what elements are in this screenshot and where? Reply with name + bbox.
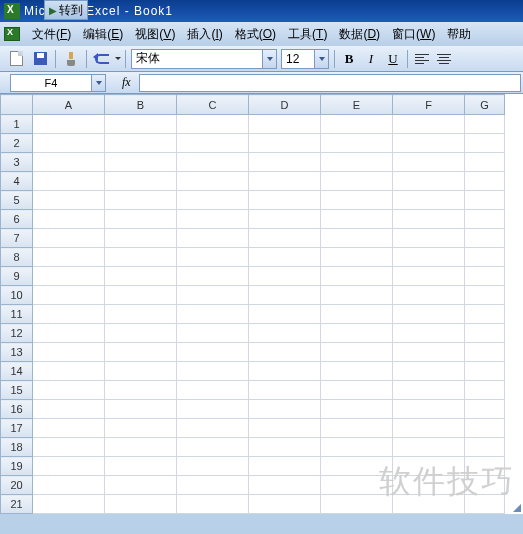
cell-B9[interactable] [105,267,177,286]
cell-F16[interactable] [393,400,465,419]
cell-F13[interactable] [393,343,465,362]
cell-B3[interactable] [105,153,177,172]
cell-C12[interactable] [177,324,249,343]
cell-E11[interactable] [321,305,393,324]
cell-A12[interactable] [33,324,105,343]
cell-B2[interactable] [105,134,177,153]
cell-B12[interactable] [105,324,177,343]
chevron-down-icon[interactable] [314,50,328,68]
cell-D11[interactable] [249,305,321,324]
cell-B13[interactable] [105,343,177,362]
cell-E20[interactable] [321,476,393,495]
cell-A14[interactable] [33,362,105,381]
cell-C8[interactable] [177,248,249,267]
cell-G14[interactable] [465,362,505,381]
cell-G7[interactable] [465,229,505,248]
select-all-corner[interactable] [1,95,33,115]
cell-F3[interactable] [393,153,465,172]
row-header-17[interactable]: 17 [1,419,33,438]
fx-icon[interactable]: fx [122,75,131,90]
cell-C7[interactable] [177,229,249,248]
cell-G8[interactable] [465,248,505,267]
column-header-e[interactable]: E [321,95,393,115]
cell-F20[interactable] [393,476,465,495]
cell-D10[interactable] [249,286,321,305]
new-button[interactable] [5,48,27,70]
cell-B1[interactable] [105,115,177,134]
cell-E14[interactable] [321,362,393,381]
row-header-10[interactable]: 10 [1,286,33,305]
cell-F17[interactable] [393,419,465,438]
cell-C10[interactable] [177,286,249,305]
cell-A13[interactable] [33,343,105,362]
cell-G16[interactable] [465,400,505,419]
cell-E16[interactable] [321,400,393,419]
menu-file[interactable]: 文件(F) [26,23,77,46]
cell-C13[interactable] [177,343,249,362]
cell-F2[interactable] [393,134,465,153]
cell-A11[interactable] [33,305,105,324]
cell-G5[interactable] [465,191,505,210]
column-header-b[interactable]: B [105,95,177,115]
row-header-5[interactable]: 5 [1,191,33,210]
column-header-f[interactable]: F [393,95,465,115]
cell-C15[interactable] [177,381,249,400]
row-header-4[interactable]: 4 [1,172,33,191]
cell-G1[interactable] [465,115,505,134]
cell-D14[interactable] [249,362,321,381]
cell-G3[interactable] [465,153,505,172]
row-header-8[interactable]: 8 [1,248,33,267]
font-name-combo[interactable]: 宋体 [131,49,277,69]
cell-A3[interactable] [33,153,105,172]
cell-F4[interactable] [393,172,465,191]
save-button[interactable] [29,48,51,70]
cell-C11[interactable] [177,305,249,324]
bold-button[interactable]: B [339,49,359,69]
cell-A17[interactable] [33,419,105,438]
row-header-6[interactable]: 6 [1,210,33,229]
cell-C18[interactable] [177,438,249,457]
cell-E18[interactable] [321,438,393,457]
cell-F19[interactable] [393,457,465,476]
cell-A7[interactable] [33,229,105,248]
cell-G4[interactable] [465,172,505,191]
row-header-20[interactable]: 20 [1,476,33,495]
chevron-down-icon[interactable] [91,75,105,91]
format-painter-button[interactable] [60,48,82,70]
cell-C4[interactable] [177,172,249,191]
cell-D1[interactable] [249,115,321,134]
chevron-down-icon[interactable] [262,50,276,68]
excel-doc-icon[interactable] [4,27,20,41]
cell-D5[interactable] [249,191,321,210]
column-header-a[interactable]: A [33,95,105,115]
row-header-2[interactable]: 2 [1,134,33,153]
cell-F8[interactable] [393,248,465,267]
cell-A6[interactable] [33,210,105,229]
column-header-d[interactable]: D [249,95,321,115]
cell-A2[interactable] [33,134,105,153]
cell-F1[interactable] [393,115,465,134]
cell-B5[interactable] [105,191,177,210]
cell-G21[interactable] [465,495,505,514]
menu-window[interactable]: 窗口(W) [386,23,441,46]
cell-D8[interactable] [249,248,321,267]
cell-G6[interactable] [465,210,505,229]
row-header-13[interactable]: 13 [1,343,33,362]
name-box[interactable]: F4 [10,74,106,92]
cell-C2[interactable] [177,134,249,153]
font-size-combo[interactable]: 12 [281,49,329,69]
cell-A18[interactable] [33,438,105,457]
cell-A16[interactable] [33,400,105,419]
cell-G18[interactable] [465,438,505,457]
row-header-9[interactable]: 9 [1,267,33,286]
cell-C6[interactable] [177,210,249,229]
menu-help[interactable]: 帮助 [441,23,477,46]
cell-G11[interactable] [465,305,505,324]
cell-C20[interactable] [177,476,249,495]
cell-B7[interactable] [105,229,177,248]
undo-button[interactable] [91,48,113,70]
cell-C3[interactable] [177,153,249,172]
cell-D3[interactable] [249,153,321,172]
row-header-21[interactable]: 21 [1,495,33,514]
align-left-button[interactable] [412,49,432,69]
